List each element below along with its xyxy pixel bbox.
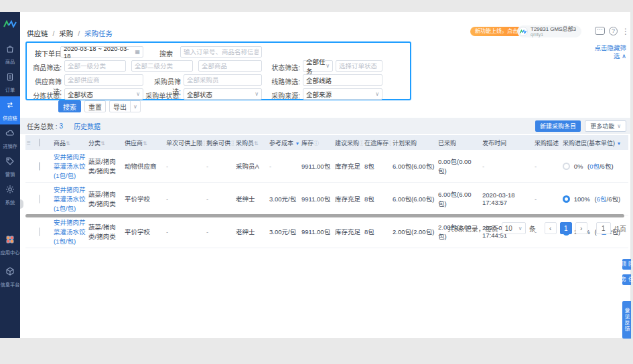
purchaser-input[interactable] [184,74,262,86]
date-range-input[interactable]: 2020-03-18 ~ 2020-03-18 ▦ [60,46,143,58]
limit-cell: - [165,150,205,183]
sidebar-item-goods[interactable]: 商品 [0,40,20,68]
col-ref-cost[interactable]: 参考成本 ▼ [268,135,300,150]
col-supplier[interactable]: 供应商⇅ [123,135,165,150]
user-account[interactable]: T29831 GMS总部3 qmty1 [517,25,581,37]
remaining-cell: - [205,183,234,215]
reset-button[interactable]: 重置 [84,100,106,112]
col-progress[interactable]: 采购进度(基本单位) ▼ [561,135,628,150]
progress-done-link[interactable]: 0包 [589,163,600,170]
app-grid-icon [5,235,15,247]
bag-icon [5,44,15,56]
purchased-cell: 6.00包(6.00包) [437,183,481,215]
message-icon[interactable]: ⋯ [595,27,605,35]
order-status-input[interactable] [336,60,382,72]
caret-down-icon: ∨ [133,104,137,110]
route-input[interactable] [303,74,382,86]
row-checkbox-cell [38,183,52,215]
info-icon[interactable]: ⓘ [313,141,319,147]
sidebar: 商品 订单 供应链 进销存 营销 [0,12,20,338]
prev-page-button[interactable]: ‹ [545,222,557,234]
create-purchase-entry-button[interactable]: 新建采购条目 [535,120,581,132]
progress-cell: 0% (0包/6包) [561,150,628,183]
chevron-down-icon: ∨ [255,91,259,97]
horizontal-scrollbar[interactable] [25,214,624,217]
product-link[interactable]: 安井猪肉芹菜灌汤水饺(1包/包) [54,219,86,245]
sidebar-item-orders[interactable]: 订单 [0,68,20,96]
search-input[interactable] [180,46,262,58]
more-actions-button[interactable]: 更多功能 ∨ [585,120,626,132]
sidebar-item-info-platform[interactable]: 信息平台 [0,263,20,291]
sidebar-item-marketing[interactable]: 营销 [0,153,20,181]
cloud-icon [5,128,15,141]
task-status-select[interactable]: 全部任务 ∨ [303,60,333,72]
purchaser-cell: 采购员A [234,150,268,183]
col-remaining: 剩余可供ⓘ [205,135,234,150]
export-caret-button[interactable]: ∨ [130,100,141,112]
supplier-cell: 平价学校 [123,215,165,248]
sort-icon[interactable]: ⇅ [143,141,147,147]
col-purchased: 已采购 [437,135,481,150]
info-icon[interactable]: ⓘ [389,141,391,147]
row-checkbox[interactable] [39,162,40,171]
breadcrumb-root[interactable]: 供应链 [27,29,48,37]
sidebar-item-label: 订单 [5,86,15,93]
sidebar-item-label: 系统 [5,199,15,205]
filter-icon[interactable]: ▼ [295,141,300,146]
product-link[interactable]: 安井猪肉芹菜灌汤水饺(1包/包) [54,153,86,179]
back-to-top-tab[interactable]: 回顶 [622,259,631,270]
pagination-total-label: 共3条记录，每页 [447,223,498,234]
gear-icon [5,185,15,197]
sort-icon[interactable]: ⇅ [254,141,259,147]
filter-icon[interactable]: ▼ [617,141,622,146]
sidebar-item-supply-chain[interactable]: 供应链 [0,96,20,124]
history-data-link[interactable]: 历史数据 [74,121,100,131]
po-status-select[interactable]: 全部状态 ∨ [184,88,262,100]
page-size-select[interactable]: 10 ∨ [502,222,526,234]
suggest-cell: 库存充足 [334,150,363,183]
info-icon[interactable]: ⓘ [230,141,234,147]
help-icon[interactable]: ? [609,27,618,35]
col-category[interactable]: 分类⇅ [87,135,123,150]
box-icon [5,267,15,279]
sorting-status-label: 分拣状态: [27,90,62,100]
task-panel-tab[interactable]: 任务 [622,274,631,285]
remaining-cell: - [205,215,234,248]
row-checkbox-cell [38,150,52,183]
more-menu-icon[interactable]: ⋮ [622,27,630,36]
search-button[interactable]: 搜索 [58,100,81,112]
app-window: 商品 订单 供应链 进销存 营销 [0,12,630,338]
category2-input[interactable] [131,60,193,72]
cost-cell: - [268,150,300,183]
row-drag-cell [25,183,38,215]
row-drag-cell [25,150,38,183]
sidebar-item-system[interactable]: 系统 [0,181,20,209]
col-stock: 库存ⓘ [300,135,334,150]
breadcrumb-mid[interactable]: 采购 [59,29,73,37]
goods-input[interactable] [198,60,262,72]
info-icon[interactable]: ⓘ [359,141,363,147]
page-count-label: /1页 [614,223,626,234]
progress-done-link[interactable]: 6包 [597,195,607,203]
sort-icon[interactable]: ⇅ [100,141,105,147]
sort-icon[interactable]: ⇅ [66,141,70,147]
col-purchaser[interactable]: 采购员⇅ [234,135,268,150]
sidebar-item-inventory[interactable]: 进销存 [0,124,20,153]
supplier-input[interactable] [64,74,143,86]
category1-input[interactable] [64,60,126,72]
sorting-status-select[interactable]: 全部状态 ∨ [64,88,143,100]
sidebar-item-app-center[interactable]: 应用中心 [0,231,20,259]
info-icon[interactable]: ⓘ [202,141,205,147]
select-all-checkbox[interactable] [39,139,40,147]
export-button[interactable]: 导出 [109,100,131,112]
feedback-tab[interactable]: 意见反馈 [622,301,631,339]
source-select[interactable]: 全部来源 ∨ [303,88,382,100]
hide-filter-toggle[interactable]: 点击隐藏筛选 ∧ [593,44,626,60]
page-jump-input[interactable] [596,222,611,234]
purchaser-cell: 老绅士 [234,215,268,248]
current-page-button[interactable]: 1 [560,222,572,234]
next-page-button[interactable]: › [575,222,587,234]
col-product[interactable]: 商品⇅ [52,135,87,150]
chevron-down-icon: ∨ [136,91,140,97]
product-link[interactable]: 安井猪肉芹菜灌汤水饺(1包/包) [54,186,86,212]
